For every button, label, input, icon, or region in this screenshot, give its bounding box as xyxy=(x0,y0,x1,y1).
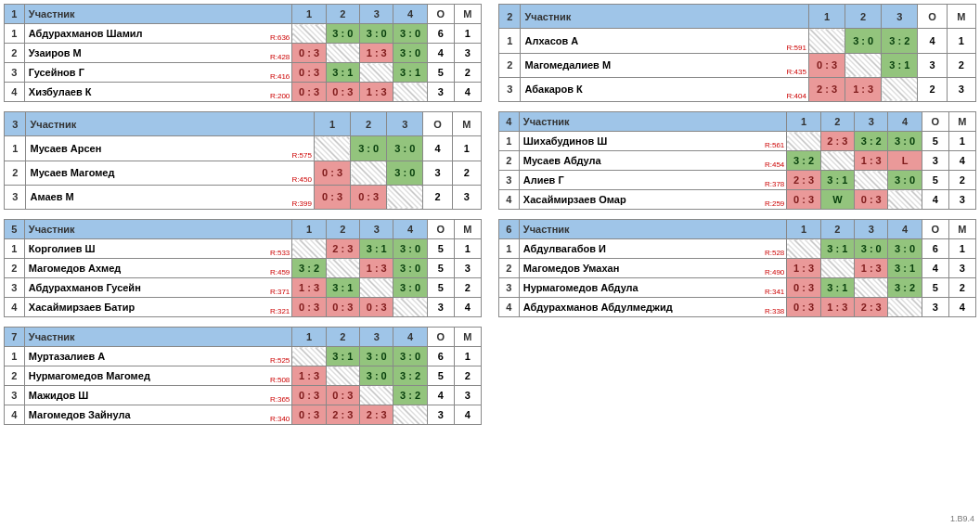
player-rating: R:435 xyxy=(787,68,806,76)
row-number: 3 xyxy=(499,77,521,101)
col-header-1: 1 xyxy=(292,220,326,239)
score-cell xyxy=(387,185,423,209)
total-O: 5 xyxy=(427,259,454,278)
score-cell: 0 : 3 xyxy=(326,83,359,102)
score-cell: 3 : 0 xyxy=(393,239,427,259)
total-O: 2 xyxy=(918,77,947,101)
score-cell xyxy=(888,298,922,317)
total-O: 2 xyxy=(423,185,452,209)
player-row: 1Алхасов АR:5913 : 03 : 241 xyxy=(499,29,976,53)
score-cell xyxy=(360,386,393,405)
row-number: 3 xyxy=(5,278,25,298)
player-name-cell: Мусаев АрсенR:575 xyxy=(26,136,314,161)
row-number: 1 xyxy=(5,347,25,366)
row-number: 4 xyxy=(5,405,25,425)
player-row: 4Хизбулаев КR:2000 : 30 : 31 : 334 xyxy=(5,83,482,102)
total-O: 3 xyxy=(922,151,948,171)
group-table-4: 4Участник1234ОМ1Шихабудинов ШR:5612 : 33… xyxy=(498,111,976,210)
player-row: 4Магомедов ЗайнулаR:3400 : 32 : 32 : 334 xyxy=(5,405,482,425)
score-cell: 3 : 1 xyxy=(888,259,922,278)
group-table-3: 3Участник123ОМ1Мусаев АрсенR:5753 : 03 :… xyxy=(4,111,482,210)
player-rating: R:528 xyxy=(765,249,784,257)
score-cell: 1 : 3 xyxy=(855,259,888,278)
score-cell: 0 : 3 xyxy=(787,278,820,298)
player-name-cell: Узаиров МR:428 xyxy=(24,44,292,63)
total-M: 1 xyxy=(947,29,975,53)
total-M: 3 xyxy=(454,386,481,405)
player-row: 2Нурмагомедов МагомедR:5081 : 33 : 03 : … xyxy=(5,366,482,386)
player-rating: R:321 xyxy=(270,307,290,315)
player-name-cell: Абдурахманов ГусейнR:371 xyxy=(24,278,292,298)
col-header-1: 1 xyxy=(808,5,845,29)
score-cell: 0 : 3 xyxy=(808,53,845,77)
total-M: 4 xyxy=(454,83,481,102)
player-row: 2Магомедалиев МR:4350 : 33 : 132 xyxy=(499,53,976,77)
player-rating: R:404 xyxy=(787,92,806,100)
score-cell xyxy=(326,44,359,63)
total-M: 2 xyxy=(454,366,481,386)
total-M: 1 xyxy=(948,132,975,151)
total-M: 2 xyxy=(454,63,481,83)
player-rating: R:340 xyxy=(270,415,290,423)
total-M: 3 xyxy=(948,190,975,210)
participant-header: Участник xyxy=(519,112,787,132)
player-rating: R:591 xyxy=(787,44,806,52)
score-cell xyxy=(888,190,922,210)
score-cell xyxy=(360,63,393,83)
row-number: 1 xyxy=(5,239,25,259)
total-M: 4 xyxy=(948,151,975,171)
total-M-header: М xyxy=(454,328,481,347)
total-O: 4 xyxy=(427,386,454,405)
row-number: 3 xyxy=(5,63,25,83)
total-M: 1 xyxy=(454,239,481,259)
row-number: 1 xyxy=(5,136,26,161)
score-cell xyxy=(292,24,326,44)
score-cell: 0 : 3 xyxy=(292,298,326,317)
col-header-3: 3 xyxy=(360,5,393,24)
score-cell: 3 : 2 xyxy=(292,259,326,278)
total-O: 4 xyxy=(922,259,948,278)
col-header-2: 2 xyxy=(326,220,359,239)
group-table-2: 2Участник123ОМ1Алхасов АR:5913 : 03 : 24… xyxy=(498,4,976,102)
score-cell: 2 : 3 xyxy=(360,405,393,425)
score-cell: 0 : 3 xyxy=(314,185,350,209)
total-O: 3 xyxy=(427,298,454,317)
score-cell: 0 : 3 xyxy=(314,161,350,185)
total-O: 4 xyxy=(427,44,454,63)
player-row: 1Муртазалиев АR:5253 : 13 : 03 : 061 xyxy=(5,347,482,366)
total-O: 5 xyxy=(427,239,454,259)
score-cell: 3 : 2 xyxy=(855,132,888,151)
total-M: 3 xyxy=(454,44,481,63)
col-header-2: 2 xyxy=(326,5,359,24)
participant-header: Участник xyxy=(24,220,292,239)
group-table-5: 5Участник1234ОМ1Корголиев ШR:5332 : 33 :… xyxy=(4,219,482,317)
score-cell xyxy=(855,278,888,298)
score-cell: 1 : 3 xyxy=(292,278,326,298)
player-row: 2Мусаев МагомедR:4500 : 33 : 032 xyxy=(5,161,482,185)
group-number-header: 7 xyxy=(5,328,25,347)
col-header-3: 3 xyxy=(855,220,888,239)
col-header-4: 4 xyxy=(888,220,922,239)
total-O-header: О xyxy=(918,5,947,29)
score-cell: 3 : 0 xyxy=(387,161,423,185)
score-cell xyxy=(882,77,918,101)
total-O: 5 xyxy=(922,171,948,190)
group-number-header: 6 xyxy=(499,220,520,239)
score-cell: 1 : 3 xyxy=(845,77,882,101)
player-rating: R:533 xyxy=(270,249,290,257)
player-name-cell: Магомедов ЗайнулаR:340 xyxy=(24,405,292,425)
score-cell: 1 : 3 xyxy=(360,83,393,102)
total-O-header: О xyxy=(427,5,454,24)
player-name-cell: Магомедов УмаханR:490 xyxy=(519,259,787,278)
player-rating: R:490 xyxy=(765,268,784,276)
row-number: 2 xyxy=(5,44,25,63)
score-cell: 0 : 3 xyxy=(326,298,359,317)
player-rating: R:338 xyxy=(765,307,784,315)
score-cell: 3 : 1 xyxy=(326,278,359,298)
total-O: 3 xyxy=(922,298,948,317)
groups-grid: 1Участник1234ОМ1Абдурахманов ШамилR:6363… xyxy=(4,4,976,425)
col-header-3: 3 xyxy=(360,328,393,347)
score-cell: 3 : 0 xyxy=(360,366,393,386)
total-O: 6 xyxy=(427,24,454,44)
score-cell: 3 : 0 xyxy=(393,44,427,63)
